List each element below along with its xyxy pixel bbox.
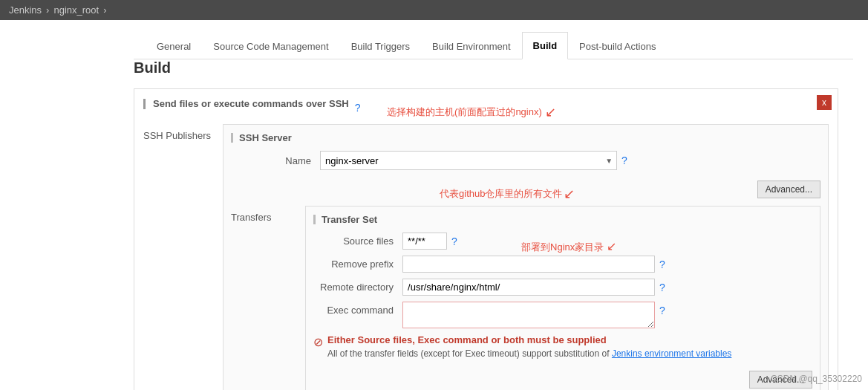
exec-command-row: Exec command ? xyxy=(313,302,812,328)
tab-build-triggers[interactable]: Build Triggers xyxy=(340,33,421,59)
publishers-label: SSH Publishers xyxy=(143,124,223,390)
env-variables-link[interactable]: Jenkins environment variables xyxy=(612,348,731,359)
remote-directory-row: Remote directory ? xyxy=(313,279,812,296)
remove-prefix-input[interactable] xyxy=(402,256,655,273)
exec-command-input[interactable] xyxy=(402,302,655,328)
advanced-row-bottom: Advanced... xyxy=(313,366,812,389)
help-icon-remote[interactable]: ? xyxy=(659,282,665,293)
remove-prefix-row: Remove prefix ? 部署到Nginx家目录 ↙ xyxy=(313,256,812,273)
ssh-section-header-text: Send files or execute commands over SSH xyxy=(143,98,349,109)
breadcrumb-jenkins[interactable]: Jenkins xyxy=(9,4,42,16)
error-icon: ⊘ xyxy=(313,335,323,349)
error-section: ⊘ Either Source files, Exec command or b… xyxy=(313,334,812,359)
help-icon-source[interactable]: ? xyxy=(451,235,457,247)
tab-bar: General Source Code Management Build Tri… xyxy=(134,32,853,59)
breadcrumb-nginx-root[interactable]: nginx_root xyxy=(53,4,99,16)
help-icon-exec[interactable]: ? xyxy=(659,305,665,316)
publishers-content: 选择构建的主机(前面配置过的nginx) ↙ SSH Server Name n… xyxy=(223,124,829,390)
tab-build[interactable]: Build xyxy=(522,32,569,59)
annotation-files: 代表github仓库里的所有文件 ↙ xyxy=(440,186,575,202)
annotation-server: 选择构建的主机(前面配置过的nginx) ↙ xyxy=(387,104,556,120)
exec-command-label: Exec command xyxy=(313,302,402,316)
error-content: Either Source files, Exec command or bot… xyxy=(327,334,731,359)
help-icon-name[interactable]: ? xyxy=(621,155,627,166)
breadcrumb-bar: Jenkins › nginx_root › xyxy=(0,0,868,20)
advanced-button-top[interactable]: Advanced... xyxy=(757,181,820,198)
remote-directory-label: Remote directory xyxy=(313,282,402,293)
close-button[interactable]: x xyxy=(817,95,832,110)
name-select[interactable]: nginx-server xyxy=(320,151,617,170)
breadcrumb-arrow-2: › xyxy=(103,4,106,16)
transfers-layout: Transfers 代表github仓库里的所有文件 ↙ Transfer Se… xyxy=(231,206,820,390)
transfer-set-header: Transfer Set xyxy=(313,214,812,225)
page-title: Build xyxy=(134,59,853,77)
transfers-label: Transfers xyxy=(231,206,305,390)
ssh-server-subsection: SSH Server Name nginx-server ▼ ? xyxy=(231,132,820,170)
breadcrumb-arrow-1: › xyxy=(46,4,49,16)
tab-source-code[interactable]: Source Code Management xyxy=(202,33,339,59)
error-sub-text: All of the transfer fields (except for E… xyxy=(327,348,731,359)
error-main-text: Either Source files, Exec command or bot… xyxy=(327,334,731,345)
transfers-content: 代表github仓库里的所有文件 ↙ Transfer Set Source f… xyxy=(305,206,820,390)
ssh-server-header: SSH Server xyxy=(231,132,820,143)
ssh-section-box: x Send files or execute commands over SS… xyxy=(134,88,838,390)
name-row: Name nginx-server ▼ ? xyxy=(231,151,820,170)
tab-general[interactable]: General xyxy=(146,33,202,59)
help-icon-ssh[interactable]: ? xyxy=(355,102,361,114)
main-content: General Source Code Management Build Tri… xyxy=(0,20,868,390)
help-icon-prefix[interactable]: ? xyxy=(659,259,665,270)
name-label: Name xyxy=(231,155,320,166)
source-files-input[interactable] xyxy=(402,233,447,250)
source-files-label: Source files xyxy=(313,235,402,247)
name-select-container: nginx-server ▼ xyxy=(320,151,617,170)
csdn-watermark: CSDN @qq_35302220 xyxy=(771,374,862,384)
publishers-layout: SSH Publishers 选择构建的主机(前面配置过的nginx) ↙ SS… xyxy=(143,124,829,390)
remote-directory-input[interactable] xyxy=(402,279,655,296)
remove-prefix-label: Remove prefix xyxy=(313,259,402,270)
tab-build-env[interactable]: Build Environment xyxy=(421,33,522,59)
annotation-nginx: 部署到Nginx家目录 ↙ xyxy=(521,239,616,254)
tab-post-build[interactable]: Post-build Actions xyxy=(568,33,667,59)
